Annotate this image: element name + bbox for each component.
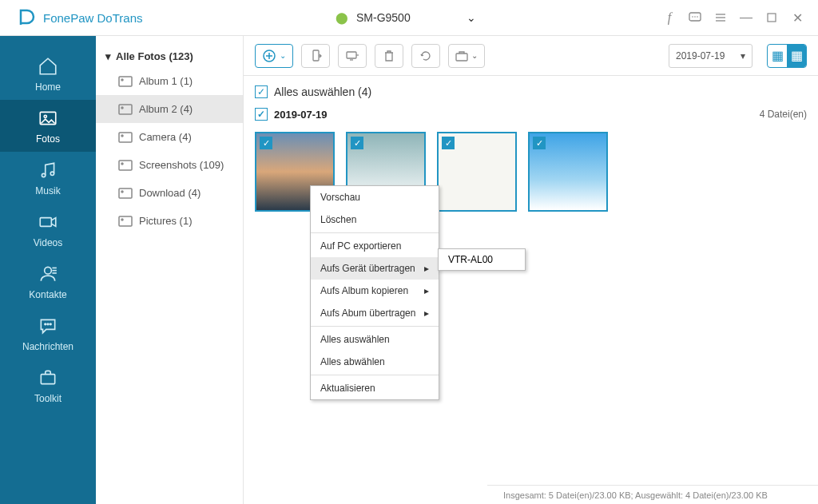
svg-point-26 — [121, 135, 123, 137]
share-f-icon[interactable]: f — [661, 9, 678, 26]
home-icon — [38, 56, 58, 77]
album-item[interactable]: Download (4) — [96, 179, 243, 207]
nav-label: Fotos — [36, 133, 60, 145]
album-item[interactable]: Camera (4) — [96, 123, 243, 151]
plus-icon — [262, 49, 276, 63]
toolbar: ⌄ ⌄ 2019-07-19▾ ▦ ▦ — [244, 36, 818, 76]
album-icon — [118, 188, 133, 199]
ctx-sub-device[interactable]: VTR-AL00 — [439, 249, 525, 270]
view-large-grid[interactable]: ▦ — [768, 45, 787, 67]
chevron-down-icon: ⌄ — [471, 51, 478, 60]
album-root-label: Alle Fotos (123) — [116, 50, 193, 62]
svg-point-32 — [121, 219, 123, 220]
svg-point-3 — [697, 16, 698, 18]
svg-point-22 — [121, 79, 123, 81]
svg-point-30 — [121, 191, 123, 192]
separator — [311, 326, 439, 327]
nav-nachrichten[interactable]: Nachrichten — [0, 308, 96, 359]
svg-point-18 — [47, 323, 49, 324]
checkbox-icon[interactable]: ✓ — [255, 85, 268, 98]
svg-point-2 — [694, 16, 696, 18]
photo-thumbnail[interactable]: ✓ — [528, 132, 608, 212]
date-filter[interactable]: 2019-07-19▾ — [669, 44, 752, 68]
nav-kontakte[interactable]: Kontakte — [0, 256, 96, 308]
photos-icon — [38, 108, 58, 129]
device-selector[interactable]: ⬤ SM-G9500 ⌄ — [336, 11, 476, 24]
svg-point-11 — [50, 172, 54, 175]
ctx-select-all[interactable]: Alles auswählen — [311, 328, 439, 351]
date-label: 2019-07-19 — [274, 109, 328, 121]
refresh-button[interactable] — [411, 44, 440, 68]
ctx-transfer-album[interactable]: Aufs Abum übertragen▸ — [311, 302, 439, 324]
date-filter-value: 2019-07-19 — [676, 50, 725, 62]
album-item[interactable]: Album 2 (4) — [96, 95, 243, 123]
minimize-button[interactable]: — — [737, 9, 755, 26]
close-button[interactable]: ✕ — [788, 9, 806, 26]
select-all-row[interactable]: ✓ Alles auswählen (4) — [244, 76, 818, 103]
context-submenu: VTR-AL00 — [438, 248, 526, 271]
export-to-pc-button[interactable] — [338, 44, 367, 68]
album-icon — [118, 132, 133, 143]
file-count: 4 Datei(en) — [760, 109, 807, 120]
svg-point-13 — [45, 267, 52, 274]
view-toggle: ▦ ▦ — [767, 44, 807, 68]
menu-icon[interactable] — [712, 9, 729, 26]
video-icon — [38, 212, 58, 232]
music-icon — [38, 160, 58, 181]
svg-rect-7 — [768, 14, 776, 22]
view-small-grid[interactable]: ▦ — [787, 45, 806, 67]
nav-musik[interactable]: Musik — [0, 152, 96, 204]
svg-rect-37 — [347, 52, 356, 58]
svg-point-28 — [121, 163, 123, 165]
nav-fotos[interactable]: Fotos — [0, 100, 96, 152]
messages-icon — [38, 315, 58, 336]
album-item[interactable]: Album 1 (1) — [96, 67, 243, 95]
context-menu: Vorschau Löschen Auf PC exportieren Aufs… — [310, 185, 439, 400]
album-icon — [118, 216, 133, 227]
nav-home[interactable]: Home — [0, 48, 96, 100]
maximize-button[interactable] — [763, 9, 780, 26]
nav-label: Toolkit — [34, 393, 62, 404]
chevron-down-icon: ⌄ — [280, 51, 286, 60]
album-label: Album 1 (1) — [139, 75, 193, 87]
ctx-transfer-device[interactable]: Aufs Gerät übertragen▸ — [311, 257, 439, 280]
checkbox-checked-icon[interactable]: ✓ — [533, 137, 546, 149]
export-to-device-button[interactable] — [301, 44, 330, 68]
ctx-export-pc[interactable]: Auf PC exportieren — [311, 235, 439, 257]
ctx-preview[interactable]: Vorschau — [311, 186, 439, 208]
album-panel: ▾ Alle Fotos (123) Album 1 (1) Album 2 (… — [96, 36, 244, 504]
logo-area: FonePaw DoTrans — [0, 8, 240, 27]
album-item[interactable]: Pictures (1) — [96, 207, 243, 235]
album-label: Pictures (1) — [139, 215, 192, 227]
checkbox-checked-icon[interactable]: ✓ — [260, 137, 272, 149]
add-button[interactable]: ⌄ — [255, 44, 293, 68]
checkbox-icon[interactable]: ✓ — [255, 108, 268, 121]
contacts-icon — [38, 264, 58, 284]
app-logo-icon — [16, 8, 35, 27]
checkbox-checked-icon[interactable]: ✓ — [351, 137, 363, 149]
ctx-refresh[interactable]: Aktualisieren — [311, 377, 439, 399]
ctx-deselect-all[interactable]: Alles abwählen — [311, 351, 439, 373]
album-root[interactable]: ▾ Alle Fotos (123) — [96, 46, 243, 67]
ctx-copy-album[interactable]: Aufs Album kopieren▸ — [311, 280, 439, 302]
date-group-header: ✓ 2019-07-19 4 Datei(en) — [244, 103, 818, 125]
photo-thumbnail[interactable]: ✓ — [437, 132, 517, 212]
svg-rect-21 — [119, 77, 132, 86]
nav-videos[interactable]: Videos — [0, 204, 96, 256]
delete-button[interactable] — [375, 44, 403, 68]
checkbox-checked-icon[interactable]: ✓ — [442, 137, 455, 149]
select-all-label: Alles auswählen (4) — [274, 85, 371, 98]
device-name: SM-G9500 — [356, 11, 411, 24]
ctx-delete[interactable]: Löschen — [311, 208, 439, 231]
nav-label: Home — [35, 81, 61, 93]
phone-export-icon — [309, 50, 322, 62]
svg-point-19 — [50, 323, 51, 324]
feedback-icon[interactable] — [686, 9, 704, 26]
svg-rect-25 — [119, 133, 132, 142]
toolbox-button[interactable]: ⌄ — [448, 44, 485, 68]
album-icon — [118, 104, 133, 115]
svg-rect-20 — [41, 374, 54, 383]
arrow-right-icon: ▸ — [424, 285, 429, 296]
album-item[interactable]: Screenshots (109) — [96, 151, 243, 179]
nav-toolkit[interactable]: Toolkit — [0, 359, 96, 411]
